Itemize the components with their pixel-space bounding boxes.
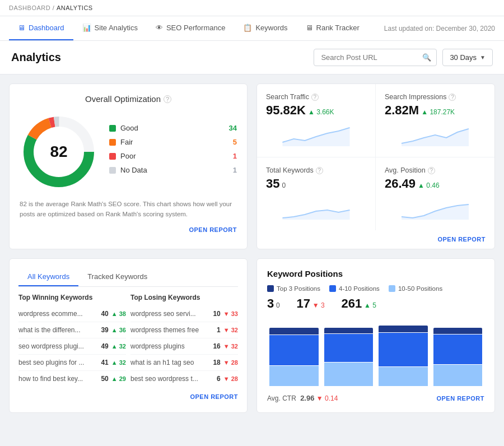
keywords-open-report: OPEN REPORT: [18, 392, 238, 401]
pos-stat-low: 261 ▲ 5: [342, 296, 376, 311]
positions-footer: Avg. CTR 2.96 ▼ 0.14 OPEN REPORT: [267, 394, 484, 402]
stat-total-keywords: Total Keywords ? 35 0: [257, 157, 376, 230]
opt-open-report: OPEN REPORT: [20, 225, 237, 234]
list-item: wordpress seo servi... 10 ▼ 33: [130, 306, 238, 322]
losing-header: Top Losing Keywords: [130, 294, 238, 301]
legend-4to10: 4-10 Positions: [329, 285, 380, 292]
search-icon: 🔍: [422, 53, 431, 62]
impressions-mini-chart: [385, 121, 486, 146]
list-item: wordpress plugins 16 ▼ 32: [130, 338, 238, 355]
opt-title: Overall Optimization ?: [20, 94, 237, 104]
positions-card: Keyword Positions Top 3 Positions 4-10 P…: [256, 258, 495, 413]
list-item: what is an h1 tag seo 18 ▼ 28: [130, 355, 238, 371]
bar-group: [433, 319, 483, 386]
keywords-card: All Keywords Tracked Keywords Top Winnin…: [9, 258, 248, 413]
days-dropdown[interactable]: 30 Days ▼: [442, 49, 493, 66]
stat-search-traffic: Search Traffic ? 95.82K ▲ 3.66K: [257, 84, 376, 157]
list-item: wordpress themes free 1 ▼ 32: [130, 322, 238, 338]
keywords-columns: Top Winning Keywords wordpress ecomme...…: [18, 294, 238, 387]
tab-site-analytics[interactable]: 📊 Site Analytics: [73, 16, 147, 40]
keywords-open-report-link[interactable]: OPEN REPORT: [190, 393, 238, 400]
list-item: what is the differen... 39 ▲ 36: [18, 322, 126, 338]
nav-tabs: 🖥 Dashboard 📊 Site Analytics 👁 SEO Perfo…: [9, 16, 368, 40]
list-item: best seo wordpress t... 6 ▼ 28: [130, 371, 238, 387]
page-title: Analytics: [11, 51, 61, 64]
legend-item-poor: Poor 1: [109, 152, 237, 160]
legend-item-fair: Fair 5: [109, 138, 237, 146]
monitor-icon: 🖥: [18, 24, 25, 32]
opt-description: 82 is the average Rank Math's SEO score.…: [20, 199, 237, 220]
list-item: best seo plugins for ... 41 ▲ 32: [18, 355, 126, 371]
stat-avg-position: Avg. Position ? 26.49 ▲ 0.46: [376, 157, 494, 230]
search-input-wrap: 🔍: [314, 49, 437, 66]
stats-open-report: OPEN REPORT: [257, 230, 494, 249]
search-input[interactable]: [314, 49, 437, 66]
legend-item-nodata: No Data 1: [109, 166, 237, 174]
traffic-mini-chart: [266, 121, 366, 146]
opt-legend: Good 34 Fair 5 Poor 1: [109, 124, 237, 180]
bar-chart-icon: 📊: [82, 24, 91, 32]
legend-top3: Top 3 Positions: [267, 285, 320, 292]
positions-open-report-link[interactable]: OPEN REPORT: [436, 395, 484, 402]
positions-stats: 3 0 17 ▼ 3 261 ▲ 5: [267, 296, 484, 311]
keywords-tabs: All Keywords Tracked Keywords: [18, 268, 238, 287]
help-icon[interactable]: ?: [311, 94, 319, 101]
list-item: wordpress ecomme... 40 ▲ 38: [18, 306, 126, 322]
list-item: how to find best key... 50 ▲ 29: [18, 371, 126, 387]
tab-tracked-keywords[interactable]: Tracked Keywords: [78, 268, 156, 286]
list-item: seo wordpress plugi... 49 ▲ 32: [18, 338, 126, 355]
position-mini-chart: [385, 194, 486, 220]
main-content: Overall Optimization ?: [0, 75, 504, 422]
opt-open-report-link[interactable]: OPEN REPORT: [189, 226, 237, 233]
winning-column: Top Winning Keywords wordpress ecomme...…: [18, 294, 126, 387]
help-icon[interactable]: ?: [164, 95, 171, 103]
bar-group: [379, 319, 428, 386]
help-icon[interactable]: ?: [428, 167, 435, 174]
tab-keywords[interactable]: 📋 Keywords: [234, 16, 296, 40]
donut-score: 82: [50, 143, 67, 161]
nav-bar: 🖥 Dashboard 📊 Site Analytics 👁 SEO Perfo…: [0, 16, 504, 41]
list-icon: 📋: [243, 24, 252, 32]
legend-10to50: 10-50 Positions: [389, 285, 442, 292]
header-controls: 🔍 30 Days ▼: [314, 49, 493, 66]
optimization-card: Overall Optimization ?: [9, 83, 248, 249]
last-updated: Last updated on: December 30, 2020: [384, 25, 495, 32]
pos-stat-mid: 17 ▼ 3: [297, 296, 325, 311]
donut-chart: 82: [20, 113, 98, 191]
help-icon[interactable]: ?: [449, 94, 456, 101]
keywords-mini-chart: [266, 194, 366, 220]
losing-column: Top Losing Keywords wordpress seo servi.…: [130, 294, 238, 387]
page-header: Analytics 🔍 30 Days ▼: [0, 41, 504, 75]
avg-ctr: Avg. CTR 2.96 ▼ 0.14: [267, 394, 338, 402]
stats-card: Search Traffic ? 95.82K ▲ 3.66K Search I…: [256, 83, 495, 249]
positions-title: Keyword Positions: [267, 269, 484, 278]
opt-body: 82 Good 34 Fair 5: [20, 113, 237, 191]
tab-rank-tracker[interactable]: 🖥 Rank Tracker: [297, 16, 368, 40]
rank-icon: 🖥: [306, 24, 313, 32]
breadcrumb: DASHBOARD / ANALYTICS: [0, 0, 504, 16]
pos-stat-top3: 3 0: [267, 296, 280, 311]
eye-icon: 👁: [156, 24, 163, 32]
winning-header: Top Winning Keywords: [18, 294, 126, 301]
legend-item-good: Good 34: [109, 124, 237, 132]
tab-dashboard[interactable]: 🖥 Dashboard: [9, 16, 73, 40]
chevron-down-icon: ▼: [480, 54, 486, 61]
stat-search-impressions: Search Impressions ? 2.82M ▲ 187.27K: [376, 84, 494, 157]
tab-all-keywords[interactable]: All Keywords: [18, 268, 78, 286]
tab-seo-performance[interactable]: 👁 SEO Performance: [147, 16, 235, 40]
stats-open-report-link[interactable]: OPEN REPORT: [437, 236, 486, 243]
bar-chart: [267, 319, 484, 386]
positions-legend: Top 3 Positions 4-10 Positions 10-50 Pos…: [267, 285, 484, 292]
bar-group: [324, 319, 374, 386]
bar-group: [269, 319, 319, 386]
help-icon[interactable]: ?: [316, 167, 323, 174]
